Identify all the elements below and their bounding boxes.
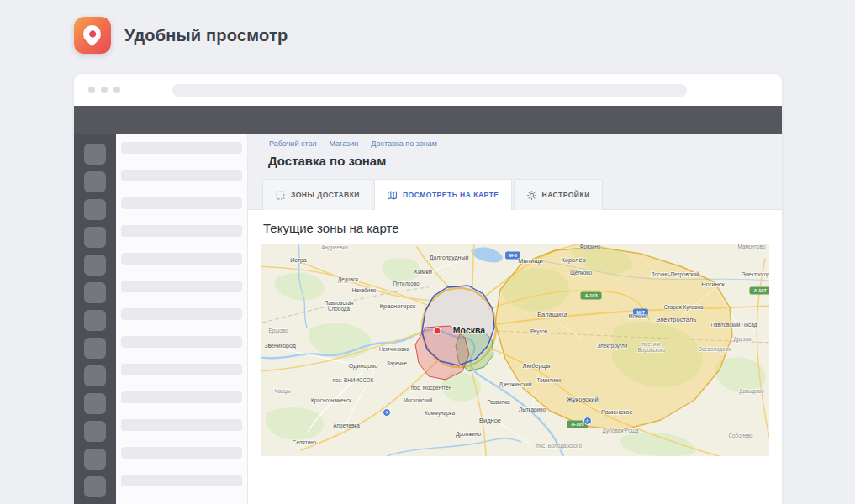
sidebar-icon-placeholder[interactable]	[84, 144, 106, 165]
browser-window: Рабочий стол·Магазин·Доставка по зонам Д…	[74, 74, 782, 504]
map-label: Видное	[479, 417, 501, 424]
map-label: Селятино	[293, 439, 317, 445]
app-logo	[74, 17, 111, 54]
delivery-point-marker[interactable]	[434, 328, 441, 335]
map-label: Электрогорск	[742, 271, 769, 278]
map-label: Мытищи	[518, 257, 543, 265]
icon-sidebar	[74, 134, 116, 504]
breadcrumb-separator: ·	[322, 139, 325, 148]
map-label: Фрязино	[579, 244, 601, 250]
menu-item-placeholder	[121, 225, 242, 237]
menu-item-placeholder	[121, 308, 242, 320]
vnukovo-airport-icon: ✈	[383, 409, 391, 417]
map-marker-layer	[434, 328, 441, 335]
svg-text:М-8: М-8	[509, 253, 516, 258]
map-pin-icon	[80, 22, 105, 47]
map-label: пос. ВНИИССОК	[333, 377, 374, 383]
map-label: Дрезна	[734, 336, 752, 343]
sidebar-icon-placeholder[interactable]	[84, 171, 106, 192]
tab-label: НАСТРОЙКИ	[542, 191, 590, 199]
map-label: Мамонтово	[737, 244, 766, 249]
zones-icon	[275, 190, 286, 201]
map-label: Лосино-Петровский	[651, 271, 699, 278]
tab-delivery-zones[interactable]: ЗОНЫ ДОСТАВКИ	[262, 179, 372, 210]
address-bar[interactable]	[172, 84, 687, 97]
map-label: Томилино	[537, 377, 562, 383]
menu-item-placeholder	[121, 142, 242, 154]
map-label: Раменское	[601, 408, 633, 416]
map-label: Давыдово	[739, 388, 764, 395]
map-label: Балашиха	[537, 311, 568, 318]
road-badge: А-107	[750, 287, 770, 295]
sidebar-icon-placeholder[interactable]	[84, 227, 106, 248]
admin-topbar	[74, 106, 782, 134]
map-label: Соболево	[729, 433, 753, 438]
map-label: Реутов	[530, 328, 548, 335]
map-label: Москва	[453, 325, 485, 335]
map-label: Заречье	[387, 360, 408, 367]
sidebar-icon-placeholder[interactable]	[84, 338, 106, 359]
map-label: Андреевка	[321, 244, 348, 251]
map-label: Электросталь	[656, 316, 696, 323]
map-label: Краснознаменск	[311, 397, 351, 404]
map-label: пос. Володарского	[536, 443, 583, 449]
map-label: Московский	[404, 397, 433, 403]
sidebar-icon-placeholder[interactable]	[84, 199, 106, 220]
tab-view-on-map[interactable]: ПОСМОТРЕТЬ НА КАРТЕ	[374, 179, 512, 210]
map-label: Апрелевка	[333, 423, 360, 429]
map-label: Павловский Посад	[711, 322, 757, 328]
sidebar-icon-placeholder[interactable]	[84, 282, 106, 303]
tab-settings[interactable]: НАСТРОЙКИ	[514, 179, 603, 210]
menu-item-placeholder	[121, 170, 242, 181]
browser-chrome	[74, 74, 782, 106]
svg-text:✈: ✈	[585, 418, 589, 423]
menu-item-placeholder	[121, 447, 242, 459]
breadcrumb-item[interactable]: Доставка по зонам	[371, 139, 437, 148]
map-label: Нахабино	[352, 287, 377, 293]
menu-item-placeholder	[121, 475, 242, 486]
sidebar-icon-placeholder[interactable]	[84, 393, 106, 414]
map-label: Дрожжино	[456, 431, 482, 438]
map-label: Долгопрудный	[430, 255, 469, 261]
tab-label: ПОСМОТРЕТЬ НА КАРТЕ	[403, 191, 499, 199]
sidebar-icon-placeholder[interactable]	[84, 476, 106, 497]
map-label: Химки	[414, 268, 432, 276]
map-label: Ногинск	[701, 281, 725, 288]
main-content: Рабочий стол·Магазин·Доставка по зонам Д…	[248, 134, 782, 504]
sidebar-icon-placeholder[interactable]	[84, 255, 106, 276]
menu-item-placeholder	[121, 391, 242, 403]
menu-item-placeholder	[121, 281, 242, 292]
sidebar-icon-placeholder[interactable]	[84, 365, 106, 386]
map-label: Часцы	[275, 388, 291, 395]
svg-text:А-103: А-103	[585, 293, 598, 298]
map-label: Старая Купавна	[663, 304, 704, 311]
map-label: Красногорск	[380, 302, 416, 310]
map-container[interactable]: М-8А-103М-7А-107А-105 ✈✈ МоскваХимкиДолг…	[261, 244, 769, 456]
menu-item-placeholder	[121, 419, 242, 431]
sidebar-icon-placeholder[interactable]	[84, 421, 106, 442]
menu-panel	[116, 134, 248, 504]
map-label: Люберцы	[523, 362, 551, 370]
sidebar-icon-placeholder[interactable]	[84, 449, 106, 470]
breadcrumb-item[interactable]: Рабочий стол	[269, 139, 317, 148]
map-label: Истра	[290, 257, 307, 264]
map-label: Коммунарка	[425, 410, 455, 417]
map-label: Одинцово	[349, 362, 378, 370]
map-label: Электроугли	[597, 343, 628, 349]
tab-label: ЗОНЫ ДОСТАВКИ	[291, 191, 360, 199]
menu-item-placeholder	[121, 364, 242, 375]
breadcrumb-separator: ·	[363, 139, 366, 148]
window-dot	[88, 87, 95, 93]
sidebar-icon-placeholder[interactable]	[84, 310, 106, 331]
svg-text:✈: ✈	[384, 410, 388, 415]
tabs: ЗОНЫ ДОСТАВКИПОСМОТРЕТЬ НА КАРТЕНАСТРОЙК…	[262, 179, 604, 210]
map-label: ПавловскаяСлобода	[325, 300, 354, 312]
content-panel: Текущие зоны на карте	[248, 209, 782, 504]
map-canvas[interactable]: М-8А-103М-7А-107А-105 ✈✈ МоскваХимкиДолг…	[261, 244, 769, 456]
svg-text:А-105: А-105	[572, 422, 584, 427]
map-label: Лыткарино	[519, 407, 546, 413]
gear-icon	[526, 190, 537, 201]
breadcrumb-item[interactable]: Магазин	[330, 139, 359, 148]
page-header: Удобный просмотр	[74, 17, 288, 54]
map-label: Дзержинский	[499, 381, 532, 388]
